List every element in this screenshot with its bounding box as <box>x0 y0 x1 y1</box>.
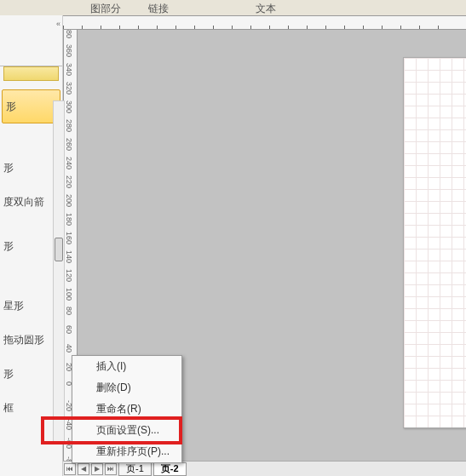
page-tab[interactable]: 页-1 <box>118 462 152 476</box>
nav-first-icon[interactable]: ⏮ <box>64 463 76 475</box>
menu-rename[interactable]: 重命名(R) <box>72 399 181 420</box>
page-tab[interactable]: 页-2 <box>153 462 187 476</box>
page[interactable] <box>403 57 466 428</box>
ribbon-tab[interactable]: 图部分 <box>77 0 135 15</box>
nav-prev-icon[interactable]: ◀ <box>78 463 89 475</box>
collapse-icon[interactable]: « <box>56 20 60 28</box>
shape-item[interactable]: 形 <box>2 89 60 123</box>
context-menu: 插入(I) 删除(D) 重命名(R) 页面设置(S)... 重新排序页(P)..… <box>72 355 182 463</box>
ribbon-tab[interactable]: 文本 <box>242 0 290 15</box>
sidebar-header <box>3 66 59 81</box>
nav-next-icon[interactable]: ▶ <box>91 463 103 475</box>
ribbon-tab[interactable]: 链接 <box>135 0 182 15</box>
ribbon-tabs: 图部分 链接 文本 <box>0 0 466 15</box>
nav-last-icon[interactable]: ⏭ <box>105 463 117 475</box>
sidebar-scrollbar[interactable] <box>53 100 65 442</box>
menu-delete[interactable]: 删除(D) <box>72 377 181 399</box>
menu-page-setup[interactable]: 页面设置(S)... <box>72 420 181 441</box>
menu-reorder[interactable]: 重新排序页(P)... <box>72 441 181 462</box>
shapes-sidebar: « 形 形 度双向箭 形 星形 拖动圆形 形 框 <box>0 15 63 476</box>
horizontal-ruler <box>63 15 466 30</box>
menu-insert[interactable]: 插入(I) <box>72 356 181 377</box>
